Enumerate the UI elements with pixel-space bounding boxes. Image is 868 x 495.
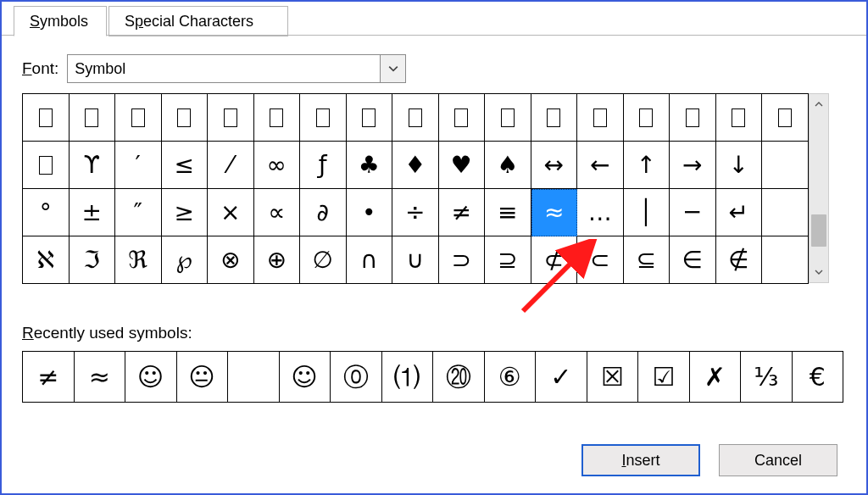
symbol-cell[interactable]: ℑ xyxy=(70,236,116,284)
symbol-cell[interactable]: ÷ xyxy=(392,189,439,236)
symbol-cell[interactable]: • xyxy=(347,189,393,236)
recent-symbol-cell[interactable]: ☺ xyxy=(125,352,177,403)
symbol-cell[interactable]: ≤ xyxy=(162,142,209,189)
recent-symbol-cell[interactable]: ⑴ xyxy=(382,352,434,403)
symbol-cell[interactable] xyxy=(577,94,624,142)
chevron-down-icon xyxy=(388,64,398,74)
symbol-cell[interactable]: ↑ xyxy=(624,142,670,189)
recent-symbol-cell[interactable] xyxy=(228,352,280,403)
symbol-cell[interactable]: ⁄ xyxy=(208,142,254,189)
symbol-cell[interactable]: ± xyxy=(70,189,116,236)
symbol-cell[interactable]: ″ xyxy=(115,189,162,236)
symbol-cell[interactable]: ↵ xyxy=(716,189,763,236)
symbol-cell[interactable]: ∉ xyxy=(716,236,763,284)
symbol-cell[interactable]: ← xyxy=(577,142,624,189)
cancel-button[interactable]: Cancel xyxy=(719,444,837,476)
symbol-cell[interactable] xyxy=(531,94,578,142)
symbol-cell[interactable]: ⊕ xyxy=(254,236,301,284)
scroll-up-button[interactable] xyxy=(810,94,828,114)
symbol-cell[interactable]: ⊂ xyxy=(577,236,624,284)
symbol-cell[interactable] xyxy=(162,94,209,142)
recent-symbol-cell[interactable]: ⅓ xyxy=(741,352,793,403)
symbol-cell[interactable]: ♦ xyxy=(392,142,439,189)
recent-symbol-cell[interactable]: ⓪ xyxy=(331,352,382,403)
insert-button[interactable]: Insert xyxy=(581,444,700,476)
symbol-cell[interactable]: ♠ xyxy=(485,142,531,189)
symbol-cell[interactable] xyxy=(300,94,347,142)
symbol-cell[interactable]: × xyxy=(208,189,254,236)
symbol-cell[interactable]: ′ xyxy=(115,142,162,189)
symbol-cell[interactable]: ∂ xyxy=(300,189,347,236)
font-label: Font: xyxy=(22,59,58,78)
symbol-cell[interactable] xyxy=(439,94,486,142)
symbol-cell[interactable] xyxy=(115,94,162,142)
symbol-cell[interactable]: … xyxy=(577,189,624,236)
symbol-cell[interactable]: ≈ xyxy=(531,189,578,236)
symbol-cell[interactable]: ∈ xyxy=(670,236,716,284)
symbol-cell[interactable] xyxy=(347,94,393,142)
symbol-cell[interactable] xyxy=(624,94,670,142)
scroll-down-button[interactable] xyxy=(810,262,828,282)
symbol-cell[interactable] xyxy=(670,94,716,142)
symbol-cell[interactable] xyxy=(208,94,254,142)
symbol-cell[interactable]: ℜ xyxy=(115,236,162,284)
symbol-cell[interactable]: ϒ xyxy=(70,142,116,189)
symbol-cell[interactable]: ≡ xyxy=(485,189,531,236)
symbol-cell[interactable] xyxy=(762,142,809,189)
font-dropdown-button[interactable] xyxy=(380,55,405,82)
symbol-cell[interactable]: │ xyxy=(624,189,670,236)
symbol-cell[interactable] xyxy=(23,94,70,142)
symbol-cell[interactable]: ≠ xyxy=(439,189,486,236)
font-input[interactable] xyxy=(68,55,380,82)
symbol-cell[interactable]: ƒ xyxy=(300,142,347,189)
tab-strip: Symbols Special Characters xyxy=(2,3,866,36)
symbol-cell[interactable]: ∝ xyxy=(254,189,301,236)
scroll-thumb[interactable] xyxy=(811,214,826,247)
symbol-cell[interactable]: ∩ xyxy=(347,236,393,284)
symbol-cell[interactable] xyxy=(23,142,70,189)
symbol-cell[interactable] xyxy=(70,94,116,142)
symbol-cell[interactable]: ° xyxy=(23,189,70,236)
scrollbar[interactable] xyxy=(809,93,829,283)
symbol-cell[interactable]: ⊇ xyxy=(485,236,531,284)
symbol-cell[interactable]: ∞ xyxy=(254,142,301,189)
symbol-grid-wrap: ϒ′≤⁄∞ƒ♣♦♥♠↔←↑→↓°±″≥×∝∂•÷≠≡≈…│─↵ℵℑℜ℘⊗⊕∅∩∪… xyxy=(22,93,829,284)
symbol-cell[interactable] xyxy=(762,236,809,284)
symbol-cell[interactable] xyxy=(716,94,763,142)
symbol-cell[interactable]: ♥ xyxy=(439,142,486,189)
symbol-cell[interactable]: ─ xyxy=(670,189,716,236)
font-combobox[interactable] xyxy=(67,54,406,83)
symbol-cell[interactable]: ↓ xyxy=(716,142,763,189)
symbol-cell[interactable]: ⊃ xyxy=(439,236,486,284)
symbol-cell[interactable]: ∪ xyxy=(392,236,439,284)
tab-special-characters[interactable]: Special Characters xyxy=(108,6,288,36)
recent-symbol-cell[interactable]: ✓ xyxy=(536,352,587,403)
symbol-cell[interactable] xyxy=(762,94,809,142)
recent-symbol-cell[interactable]: ✗ xyxy=(690,352,742,403)
recent-symbol-cell[interactable]: ≠ xyxy=(23,352,75,403)
recent-symbol-cell[interactable]: ≈ xyxy=(75,352,126,403)
symbol-cell[interactable]: ⊗ xyxy=(208,236,254,284)
recently-used-grid: ≠≈☺😐☺⓪⑴⑳⑥✓☒☑✗⅓€ xyxy=(22,351,843,403)
symbol-cell[interactable]: → xyxy=(670,142,716,189)
tab-symbols[interactable]: Symbols xyxy=(14,6,107,36)
symbol-cell[interactable]: ⊆ xyxy=(624,236,670,284)
symbol-cell[interactable] xyxy=(762,189,809,236)
recent-symbol-cell[interactable]: ☒ xyxy=(587,352,639,403)
symbol-cell[interactable]: ↔ xyxy=(531,142,578,189)
symbol-cell[interactable] xyxy=(392,94,439,142)
symbol-cell[interactable]: ♣ xyxy=(347,142,393,189)
recent-symbol-cell[interactable]: 😐 xyxy=(177,352,229,403)
recent-symbol-cell[interactable]: ⑳ xyxy=(433,352,485,403)
symbol-cell[interactable]: ∅ xyxy=(300,236,347,284)
recent-symbol-cell[interactable]: ⑥ xyxy=(485,352,537,403)
recent-symbol-cell[interactable]: ☑ xyxy=(638,352,690,403)
symbol-cell[interactable]: ≥ xyxy=(162,189,209,236)
symbol-cell[interactable]: ⊄ xyxy=(531,236,578,284)
symbol-cell[interactable] xyxy=(485,94,531,142)
symbol-cell[interactable]: ℘ xyxy=(162,236,209,284)
recent-symbol-cell[interactable]: ☺ xyxy=(280,352,331,403)
symbol-cell[interactable] xyxy=(254,94,301,142)
symbol-cell[interactable]: ℵ xyxy=(23,236,70,284)
recent-symbol-cell[interactable]: € xyxy=(793,352,844,403)
